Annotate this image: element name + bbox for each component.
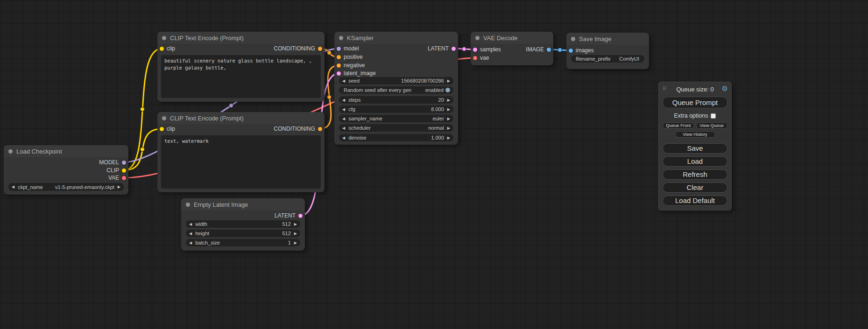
node-title-bar[interactable]: Save Image [566, 33, 649, 45]
latent-output-dot[interactable] [452, 47, 456, 51]
denoise-widget[interactable]: ◀ denoise 1.000 ▶ [339, 134, 453, 141]
arrow-left-icon[interactable]: ◀ [342, 117, 345, 121]
random-seed-widget[interactable]: Random seed after every gen enabled [339, 86, 453, 94]
load-button[interactable]: Load [663, 156, 727, 167]
collapse-dot-icon[interactable] [186, 203, 190, 207]
arrow-left-icon[interactable]: ◀ [342, 79, 345, 83]
prompt-text-area[interactable]: beautiful scenery nature glass bottle la… [161, 55, 321, 98]
widget-label: seed [348, 78, 401, 84]
settings-gear-icon[interactable]: ⚙ [722, 84, 728, 93]
images-input-dot[interactable] [569, 49, 573, 53]
node-title-bar[interactable]: Empty Latent Image [181, 198, 305, 210]
arrow-left-icon[interactable]: ◀ [189, 241, 192, 245]
extra-options-checkbox[interactable] [711, 113, 716, 119]
clip-output-dot[interactable] [122, 168, 126, 173]
widget-label: ckpt_name [18, 184, 55, 190]
widget-label: denoise [348, 135, 431, 140]
arrow-right-icon[interactable]: ▶ [447, 98, 450, 102]
model-output-dot[interactable] [122, 161, 126, 165]
arrow-left-icon[interactable]: ◀ [342, 136, 345, 140]
input-slot-images: images [566, 47, 649, 54]
arrow-right-icon[interactable]: ▶ [294, 241, 297, 245]
queue-front-button[interactable]: Queue Front [663, 122, 694, 129]
arrow-left-icon[interactable]: ◀ [189, 231, 192, 236]
arrow-right-icon[interactable]: ▶ [447, 126, 450, 130]
node-save-image[interactable]: Save Image images filename_prefix ComfyU… [566, 33, 649, 69]
node-title-bar[interactable]: CLIP Text Encode (Prompt) [157, 112, 325, 124]
widget-value: ComfyUI [619, 56, 639, 62]
collapse-dot-icon[interactable] [571, 37, 575, 41]
save-button[interactable]: Save [663, 143, 727, 154]
width-widget[interactable]: ◀ width 512 ▶ [186, 220, 300, 228]
collapse-dot-icon[interactable] [162, 36, 166, 40]
arrow-right-icon[interactable]: ▶ [447, 107, 450, 112]
widget-value: v1-5-pruned-emaonly.ckpt [55, 184, 114, 190]
node-empty-latent-image[interactable]: Empty Latent Image LATENT ◀ width 512 ▶ … [181, 198, 305, 251]
latent-output-dot[interactable] [298, 214, 303, 218]
batch-size-widget[interactable]: ◀ batch_size 1 ▶ [186, 239, 300, 246]
queue-prompt-button[interactable]: Queue Prompt [663, 97, 727, 108]
refresh-button[interactable]: Refresh [663, 169, 727, 180]
collapse-dot-icon[interactable] [162, 116, 166, 120]
latent-image-input-dot[interactable] [337, 71, 341, 76]
node-vae-decode[interactable]: VAE Decode samples IMAGE vae [471, 32, 553, 65]
view-history-button[interactable]: View History [675, 131, 715, 138]
arrow-left-icon[interactable]: ◀ [189, 222, 192, 226]
conditioning-output-dot[interactable] [318, 47, 322, 51]
slot-label: IMAGE [526, 46, 544, 53]
view-queue-button[interactable]: View Queue [696, 122, 728, 129]
node-title-bar[interactable]: KSampler [334, 32, 458, 44]
arrow-left-icon[interactable]: ◀ [342, 107, 345, 112]
widget-value: 156680208700286 [401, 78, 444, 84]
input-slot-latent-image: latent_image [334, 70, 458, 77]
arrow-right-icon[interactable]: ▶ [447, 117, 450, 121]
load-default-button[interactable]: Load Default [663, 196, 727, 206]
vae-output-dot[interactable] [122, 176, 126, 180]
filename-prefix-widget[interactable]: filename_prefix ComfyUI [571, 55, 644, 63]
output-slot-conditioning: CONDITIONING [157, 45, 325, 52]
slot-label: CLIP [106, 167, 119, 174]
cfg-widget[interactable]: ◀ cfg 8.000 ▶ [339, 105, 453, 113]
seed-widget[interactable]: ◀ seed 156680208700286 ▶ [339, 77, 453, 84]
node-title-bar[interactable]: VAE Decode [471, 32, 553, 44]
arrow-right-icon[interactable]: ▶ [118, 185, 120, 189]
toggle-dot-icon[interactable] [445, 88, 450, 92]
widget-value: 1.000 [431, 135, 444, 140]
arrow-right-icon[interactable]: ▶ [294, 222, 297, 226]
arrow-left-icon[interactable]: ◀ [342, 126, 345, 130]
collapse-dot-icon[interactable] [475, 36, 480, 40]
positive-input-dot[interactable] [337, 55, 341, 59]
node-load-checkpoint[interactable]: Load Checkpoint MODEL CLIP VAE ◀ ckpt_na… [4, 145, 128, 195]
widget-value: 1 [288, 240, 291, 245]
wire-midpoint-dot [141, 147, 145, 152]
node-ksampler[interactable]: KSampler model LATENT positive negative … [334, 32, 458, 145]
collapse-dot-icon[interactable] [339, 36, 343, 40]
vae-input-dot[interactable] [473, 56, 477, 60]
clear-button[interactable]: Clear [663, 182, 727, 193]
node-title-bar[interactable]: CLIP Text Encode (Prompt) [157, 32, 325, 44]
output-slot-model: MODEL [4, 159, 128, 166]
node-clip-text-encode-positive[interactable]: CLIP Text Encode (Prompt) clip CONDITION… [157, 32, 325, 102]
arrow-right-icon[interactable]: ▶ [447, 79, 450, 83]
arrow-left-icon[interactable]: ◀ [342, 98, 345, 102]
sampler-name-widget[interactable]: ◀ sampler_name euler ▶ [339, 115, 453, 122]
steps-widget[interactable]: ◀ steps 20 ▶ [339, 96, 453, 104]
widget-label: sampler_name [348, 116, 432, 121]
arrow-right-icon[interactable]: ▶ [294, 231, 297, 236]
drag-handle-icon[interactable]: ⠿ [663, 86, 666, 92]
node-clip-text-encode-negative[interactable]: CLIP Text Encode (Prompt) clip CONDITION… [157, 112, 325, 192]
node-title-bar[interactable]: Load Checkpoint [4, 145, 128, 157]
image-output-dot[interactable] [547, 48, 551, 52]
collapse-dot-icon[interactable] [8, 149, 13, 154]
ckpt-name-widget[interactable]: ◀ ckpt_name v1-5-pruned-emaonly.ckpt ▶ [8, 183, 124, 191]
height-widget[interactable]: ◀ height 512 ▶ [186, 230, 300, 237]
arrow-right-icon[interactable]: ▶ [447, 136, 450, 140]
wire-midpoint-dot [229, 104, 233, 108]
node-graph-canvas[interactable]: Load Checkpoint MODEL CLIP VAE ◀ ckpt_na… [0, 0, 868, 329]
negative-input-dot[interactable] [337, 63, 341, 68]
conditioning-output-dot[interactable] [318, 127, 322, 131]
wire-midpoint-dot [462, 47, 466, 51]
arrow-left-icon[interactable]: ◀ [12, 185, 14, 189]
scheduler-widget[interactable]: ◀ scheduler normal ▶ [339, 124, 453, 132]
prompt-text-area[interactable]: text, watermark [161, 135, 321, 189]
